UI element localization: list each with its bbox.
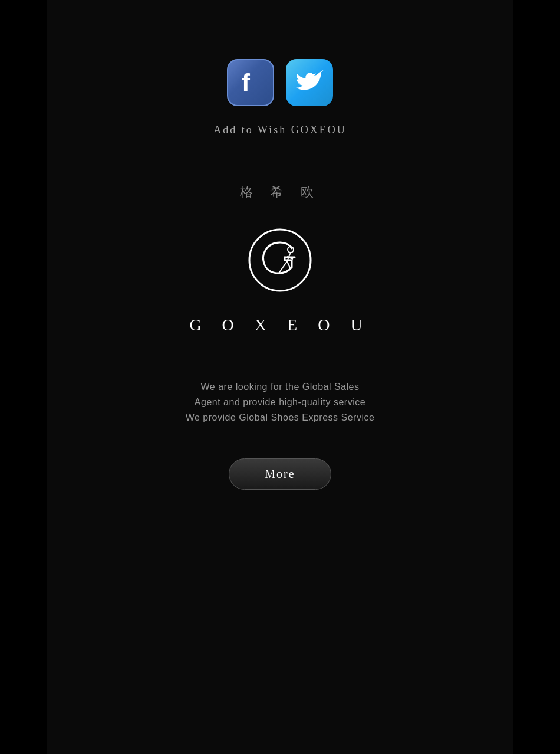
- svg-text:f: f: [242, 69, 251, 97]
- goxeou-logo: [245, 225, 315, 296]
- tagline-2: Agent and provide high-quality service: [195, 397, 365, 408]
- wish-text: Add to Wish GOXEOU: [213, 124, 346, 136]
- social-icons-row: f: [227, 59, 333, 106]
- svg-line-6: [287, 261, 291, 269]
- svg-point-1: [249, 230, 311, 291]
- logo-container: [245, 225, 315, 298]
- brand-name-text: G O X E O U: [189, 316, 370, 335]
- twitter-icon[interactable]: [286, 59, 333, 106]
- chinese-brand-text: 格 希 欧: [240, 183, 321, 201]
- taglines-section: We are looking for the Global Sales Agen…: [186, 382, 375, 423]
- tagline-3: We provide Global Shoes Express Service: [186, 412, 375, 423]
- svg-line-4: [283, 261, 287, 267]
- facebook-icon[interactable]: f: [227, 59, 274, 106]
- content-area: f Add to Wish GOXEOU 格 希 欧: [47, 0, 513, 754]
- more-button[interactable]: More: [229, 458, 331, 490]
- page-container: f Add to Wish GOXEOU 格 希 欧: [0, 0, 560, 754]
- tagline-1: We are looking for the Global Sales: [201, 382, 360, 392]
